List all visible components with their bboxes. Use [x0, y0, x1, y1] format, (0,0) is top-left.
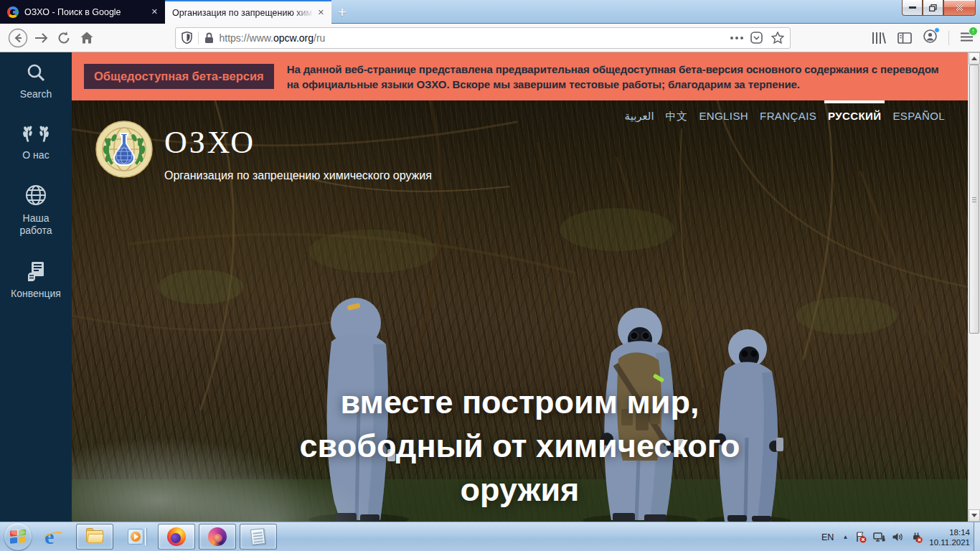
page-actions-icon[interactable]: [730, 37, 743, 39]
minimize-icon: [909, 6, 916, 9]
sidebar-item-our-work[interactable]: Наша работа: [10, 184, 62, 237]
beta-banner: Общедоступная бета-версия На данной веб-…: [72, 52, 968, 100]
opcw-logo-block[interactable]: ОЗХО Организация по запрещению химическо…: [95, 121, 432, 182]
media-player-icon: [126, 527, 145, 546]
account-button[interactable]: [923, 29, 937, 46]
lang-french[interactable]: FRANÇAIS: [760, 110, 816, 123]
scroll-down-button[interactable]: [969, 509, 980, 522]
reload-button[interactable]: [53, 27, 75, 49]
lang-russian-active[interactable]: РУССКИЙ: [828, 110, 881, 123]
site-subtitle: Организация по запрещению химического ор…: [164, 169, 432, 182]
pocket-icon[interactable]: [750, 32, 763, 44]
back-button[interactable]: [7, 27, 29, 49]
restore-icon: [929, 4, 937, 11]
language-indicator[interactable]: EN: [819, 532, 836, 542]
browser-swirl-icon: [208, 527, 227, 546]
scrollbar[interactable]: [968, 52, 980, 522]
home-icon: [80, 31, 94, 44]
url-path: /ru: [314, 32, 325, 44]
new-tab-button[interactable]: +: [331, 0, 353, 24]
hero-line-3: оружия: [72, 468, 968, 512]
sidebar-item-search[interactable]: Search: [20, 63, 52, 100]
action-center-flag-icon[interactable]: [854, 531, 867, 543]
scrollbar-thumb[interactable]: [969, 65, 979, 334]
library-icon[interactable]: [872, 32, 886, 44]
document-icon: [27, 261, 45, 281]
network-icon[interactable]: [873, 531, 885, 543]
clock-time: 18:14: [929, 527, 970, 537]
lang-spanish[interactable]: ESPAÑOL: [892, 110, 945, 123]
taskbar-browser-swirl[interactable]: [199, 524, 236, 550]
tab-opcw[interactable]: Организация по запрещению хим ✕: [165, 0, 331, 24]
site-title: ОЗХО: [164, 121, 432, 165]
volume-icon[interactable]: [892, 531, 904, 543]
hero-heading: вместе построим мир, свободный от химиче…: [72, 380, 968, 512]
divider: [948, 31, 949, 45]
restore-button[interactable]: [923, 0, 943, 16]
sidebar-item-convention[interactable]: Конвенция: [11, 261, 61, 300]
tab-title: Организация по запрещению хим: [172, 8, 314, 18]
window-controls: [902, 0, 976, 16]
page-content: Общедоступная бета-версия На данной веб-…: [72, 52, 968, 522]
system-tray: EN ▲: [819, 522, 973, 551]
menu-button[interactable]: ↑: [961, 32, 973, 44]
internet-explorer-icon: e: [44, 527, 63, 546]
lang-arabic[interactable]: العربية: [625, 110, 654, 123]
tab-close-icon[interactable]: ✕: [318, 8, 324, 17]
forward-icon: [33, 32, 49, 44]
url-text[interactable]: https://www.opcw.org/ru: [220, 32, 723, 44]
close-icon: [956, 4, 963, 11]
sidebar-label: Конвенция: [11, 288, 61, 300]
taskbar-internet-explorer[interactable]: e: [35, 524, 72, 550]
lang-english[interactable]: ENGLISH: [699, 110, 748, 123]
taskbar-explorer[interactable]: [76, 524, 113, 550]
tray-expand-icon[interactable]: ▲: [842, 534, 848, 540]
toolbar-right-icons: ↑: [872, 29, 973, 46]
taskbar-media-player[interactable]: [117, 524, 154, 550]
home-button[interactable]: [76, 27, 98, 49]
sidebar-label: Наша работа: [10, 212, 62, 237]
taskbar-notepad[interactable]: [240, 524, 277, 550]
device-eject-icon[interactable]: [910, 531, 923, 543]
folder-explorer-icon: [85, 527, 104, 546]
forward-button[interactable]: [30, 27, 52, 49]
banner-line-2: на официальные языки ОЗХО. Вскоре мы зав…: [287, 77, 939, 92]
show-desktop-button[interactable]: [974, 522, 980, 551]
page-sidebar: Search О: [0, 52, 72, 522]
start-button[interactable]: [4, 523, 32, 550]
tracking-shield-icon[interactable]: [182, 32, 192, 44]
clock-date: 10.11.2021: [929, 537, 970, 547]
notepad-icon: [249, 527, 268, 546]
tab-title: ОЗХО - Поиск в Google: [24, 7, 147, 17]
update-badge-icon: ↑: [969, 27, 978, 36]
taskbar-clock[interactable]: 18:14 10.11.2021: [929, 527, 973, 547]
sidebar-label: Search: [20, 88, 52, 100]
url-prefix: https://www.: [220, 32, 273, 44]
back-icon: [8, 28, 28, 48]
browser-titlebar: ОЗХО - Поиск в Google ✕ Организация по з…: [0, 0, 980, 24]
url-bar[interactable]: https://www.opcw.org/ru: [175, 27, 791, 49]
banner-message: На данной веб-странице представлена пред…: [287, 62, 939, 92]
taskbar-firefox[interactable]: [158, 524, 195, 550]
hero-section: العربية 中文 ENGLISH FRANÇAIS РУССКИЙ ESPA…: [72, 100, 968, 522]
arrow-down-icon: [971, 514, 977, 517]
google-favicon-icon: [7, 6, 19, 18]
search-icon: [27, 63, 45, 82]
lock-icon[interactable]: [204, 32, 214, 44]
tab-google-search[interactable]: ОЗХО - Поиск в Google ✕: [0, 0, 165, 24]
notification-dot: [934, 27, 940, 33]
sidebar-toggle-icon[interactable]: [897, 32, 912, 44]
bookmark-star-icon[interactable]: [771, 32, 784, 44]
desktop: ОЗХО - Поиск в Google ✕ Организация по з…: [0, 0, 980, 551]
scroll-up-button[interactable]: [969, 52, 980, 65]
windows-logo-icon: [10, 529, 26, 544]
close-button[interactable]: [943, 0, 976, 16]
sidebar-item-about[interactable]: О нас: [22, 124, 50, 161]
sidebar-label: О нас: [22, 149, 49, 161]
tab-close-icon[interactable]: ✕: [151, 7, 158, 17]
beta-badge[interactable]: Общедоступная бета-версия: [84, 64, 274, 89]
lang-chinese[interactable]: 中文: [666, 110, 688, 123]
laurel-icon: [22, 124, 50, 143]
globe-icon: [25, 184, 47, 206]
minimize-button[interactable]: [902, 0, 923, 16]
